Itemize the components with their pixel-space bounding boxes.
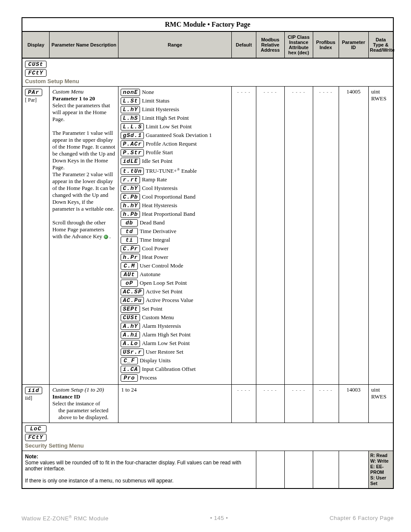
row1-dt1: uint	[371, 88, 380, 95]
section2-seg1: LoC	[25, 425, 47, 432]
range-item: USr.rUser Restore Set	[121, 348, 229, 356]
row1-p2: The Parameter 1 value will appear in the…	[52, 130, 115, 171]
row1-bold: Parameter 1 to 20	[52, 95, 95, 102]
row1-p4a: Scroll through the other Home Page param…	[52, 219, 106, 240]
range-seg: h.Pr	[121, 254, 140, 261]
section1-label: Custom Setup Menu	[25, 78, 79, 84]
range-text: Custom Menu	[142, 314, 174, 321]
section-custom-setup: CUSt FCtY Custom Setup Menu	[22, 58, 393, 87]
range-item: idLEIdle Set Point	[121, 157, 229, 165]
note-title: Note:	[25, 454, 38, 460]
range-item: ProProcess	[121, 374, 229, 382]
note-line1: Some values will be rounded off to fit i…	[25, 460, 241, 472]
row2-sublabel: iid]	[25, 395, 32, 401]
page-footer: Watlow EZ-ZONE® RMC Module • 145 • Chapt…	[22, 515, 394, 522]
row1-param: 14005	[346, 88, 361, 95]
range-item: C_FDisplay Units	[121, 357, 229, 365]
range-text: Autotune	[140, 271, 160, 278]
range-item: nonENone	[121, 88, 229, 96]
range-item: AUtAutotune	[121, 271, 229, 279]
range-seg: C.M	[121, 262, 138, 270]
footer-right: Chapter 6 Factory Page	[330, 515, 394, 522]
row1-cip: - - - -	[292, 89, 305, 94]
hdr-desc: Parameter Name Description	[50, 31, 118, 58]
range-seg: r.rt	[121, 176, 140, 184]
range-item: i.CAInput Calibration Offset	[121, 365, 229, 373]
range-text: Time Derivative	[140, 227, 176, 235]
section1-seg1: CUSt	[25, 61, 47, 68]
range-text: Cool Hysteresis	[142, 184, 177, 192]
hdr-profibus: Profibus Index	[313, 31, 339, 58]
note-legend: R: ReadW: WriteE: EE-PROMS: User Set	[368, 451, 393, 489]
row2-default: - - - -	[237, 387, 251, 392]
hdr-default: Default	[232, 31, 256, 58]
section2-seg2: FCtY	[25, 434, 47, 441]
range-item: A.hYAlarm Hysteresis	[121, 322, 229, 330]
range-text: Active Set Point	[146, 288, 182, 295]
range-item: h.PrHeat Power	[121, 253, 229, 261]
range-text: None	[142, 88, 154, 96]
range-item: C.hYCool Hysteresis	[121, 184, 229, 193]
range-seg: oP	[121, 280, 138, 287]
range-text: Dead Band	[140, 219, 165, 226]
range-seg: C.hY	[121, 185, 140, 192]
row1-sublabel: [ Par]	[25, 97, 37, 103]
range-text: Guaranteed Soak Deviation 1	[146, 131, 212, 139]
range-item: L.StLimit Status	[121, 97, 229, 105]
range-seg: h.hY	[121, 202, 140, 209]
row2-cip: - - - -	[292, 387, 305, 392]
row2-seg: iid	[25, 387, 42, 394]
hdr-range: Range	[118, 31, 232, 58]
range-seg: A.Lo	[121, 340, 140, 347]
hdr-dtype: Data Type & Read/Write	[368, 31, 393, 58]
advance-key-icon	[104, 235, 108, 239]
range-item: tdTime Derivative	[121, 227, 229, 236]
section1-seg2: FCtY	[25, 69, 47, 77]
hdr-cip: CIP Class Instance Attribute hex (dec)	[284, 31, 313, 58]
row1-p1: Select the parameters that will appear i…	[52, 102, 110, 122]
range-text: Heat Power	[142, 253, 168, 261]
row1-modbus: - - - -	[264, 89, 277, 94]
range-seg: L.St	[121, 97, 140, 105]
row1-default: - - - -	[237, 89, 251, 94]
range-seg: C.Pr	[121, 245, 140, 252]
range-item: P.StrProfile Start	[121, 149, 229, 157]
range-text: Profile Action Request	[146, 140, 196, 147]
range-seg: CUSt	[121, 314, 140, 321]
range-text: Open Loop Set Point	[140, 279, 187, 286]
range-text: Cool Power	[142, 245, 168, 252]
range-seg: idLE	[121, 158, 140, 165]
row1-title: Custom Menu	[52, 88, 84, 95]
table-title: RMC Module • Factory Page	[22, 18, 393, 31]
range-text: Alarm Low Set Point	[142, 339, 190, 347]
range-text: Heat Hysteresis	[142, 202, 177, 209]
range-seg: L.hY	[121, 106, 140, 113]
range-seg: C.Pb	[121, 193, 140, 201]
range-item: L.hSLimit High Set Point	[121, 114, 229, 122]
row2-bold: Instance ID	[52, 393, 80, 400]
range-text: Alarm Hysteresis	[142, 322, 181, 330]
range-seg: L.hS	[121, 115, 140, 122]
range-item: oPOpen Loop Set Point	[121, 279, 229, 287]
footer-left: Watlow EZ-ZONE® RMC Module	[22, 515, 109, 522]
range-item: h.PbHeat Proportional Band	[121, 210, 229, 218]
range-text: Cool Proportional Band	[142, 193, 195, 200]
row2-range: 1 to 24	[121, 386, 137, 393]
range-seg: Pro	[121, 374, 138, 382]
range-item: P.ACrProfile Action Request	[121, 140, 229, 148]
range-item: h.hYHeat Hysteresis	[121, 202, 229, 210]
range-text: User Control Mode	[140, 262, 183, 269]
row-custom-menu: PAr [ Par] Custom Menu Parameter 1 to 20…	[22, 87, 393, 385]
range-text: Ramp Rate	[142, 176, 167, 183]
range-text: Set Point	[142, 305, 162, 312]
range-text: TRU-TUNE+® Enable	[146, 166, 197, 174]
range-seg: P.Str	[121, 149, 144, 156]
row1-p3: The Parameter 2 value will appear in the…	[52, 171, 115, 212]
row1-seg: PAr	[25, 89, 42, 96]
row1-p4b: .	[108, 233, 111, 240]
range-text: Process	[140, 374, 157, 381]
range-seg: USr.r	[121, 348, 144, 356]
range-item: dbDead Band	[121, 219, 229, 227]
row-instance-id: iid iid] Custom Setup (1 to 20) Instance…	[22, 385, 393, 423]
range-seg: nonE	[121, 89, 140, 96]
